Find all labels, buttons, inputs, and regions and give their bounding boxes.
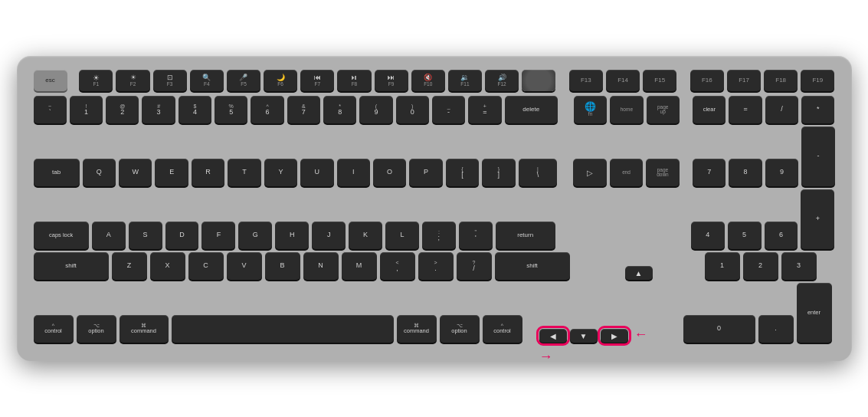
key-return[interactable]: return [496, 222, 555, 249]
key-e[interactable]: E [155, 159, 188, 186]
numpad-3[interactable]: 3 [781, 252, 817, 280]
key-minus[interactable]: _- [432, 96, 465, 123]
key-f16[interactable]: F16 [690, 70, 724, 91]
numpad-5[interactable]: 5 [728, 222, 762, 249]
key-i[interactable]: I [337, 159, 370, 186]
key-ctrl-left[interactable]: ^ control [34, 315, 74, 343]
key-f8[interactable]: ⏯F8 [337, 70, 371, 91]
key-pageup[interactable]: pageup [647, 96, 680, 123]
key-home[interactable]: home [610, 96, 643, 123]
key-f17[interactable]: F17 [727, 70, 761, 91]
key-arrow-up[interactable]: ▲ [625, 266, 653, 280]
key-f10[interactable]: 🔇F10 [411, 70, 445, 91]
key-backslash[interactable]: |\ [519, 159, 558, 186]
key-f4[interactable]: 🔍F4 [190, 70, 224, 91]
key-comma[interactable]: <, [380, 252, 415, 280]
key-option-right[interactable]: ⌥ option [440, 315, 480, 343]
key-f19[interactable]: F19 [801, 70, 834, 91]
key-4[interactable]: $4 [179, 96, 211, 123]
key-o[interactable]: O [373, 159, 406, 186]
key-m[interactable]: M [342, 252, 377, 280]
key-8[interactable]: *8 [323, 96, 356, 123]
key-period[interactable]: >. [418, 252, 454, 280]
key-g[interactable]: G [238, 222, 272, 249]
key-5[interactable]: %5 [215, 96, 247, 123]
key-0[interactable]: )0 [396, 96, 429, 123]
key-r[interactable]: R [192, 159, 224, 186]
numpad-plus[interactable]: + [801, 189, 834, 249]
key-shift-left[interactable]: shift [34, 252, 109, 280]
key-9[interactable]: (9 [359, 96, 392, 123]
key-ctrl-right[interactable]: ^ control [483, 315, 522, 343]
key-lbracket[interactable]: {[ [446, 159, 479, 186]
key-1[interactable]: !1 [70, 96, 103, 123]
key-f1[interactable]: ☀F1 [79, 70, 113, 91]
key-f18[interactable]: F18 [764, 70, 798, 91]
key-arrow-down[interactable]: ▼ [570, 329, 598, 343]
key-arrow-right[interactable]: ▶ [601, 329, 628, 343]
key-quote[interactable]: "' [459, 222, 493, 249]
key-tab[interactable]: tab [34, 159, 80, 186]
key-option-left[interactable]: ⌥ option [77, 315, 116, 343]
numpad-7[interactable]: 7 [693, 159, 726, 186]
numpad-enter[interactable]: enter [797, 283, 832, 343]
key-f13[interactable]: F13 [569, 70, 603, 91]
key-w[interactable]: W [119, 159, 152, 186]
key-end[interactable]: end [610, 159, 643, 186]
key-v[interactable]: V [227, 252, 262, 280]
key-u[interactable]: U [300, 159, 333, 186]
key-f5[interactable]: 🎤F5 [227, 70, 260, 91]
key-f6[interactable]: 🌙F6 [264, 70, 297, 91]
key-3[interactable]: #3 [142, 96, 175, 123]
numpad-0[interactable]: 0 [683, 315, 755, 343]
key-x[interactable]: X [150, 252, 185, 280]
numpad-decimal[interactable]: . [758, 315, 794, 343]
key-shift-right[interactable]: shift [495, 252, 570, 280]
key-y[interactable]: Y [264, 159, 297, 186]
key-semicolon[interactable]: :; [422, 222, 456, 249]
numpad-6[interactable]: 6 [765, 222, 798, 249]
key-c[interactable]: C [188, 252, 224, 280]
key-delete[interactable]: delete [505, 96, 558, 123]
key-f[interactable]: F [201, 222, 235, 249]
key-f12[interactable]: 🔊F12 [485, 70, 519, 91]
key-q[interactable]: Q [83, 159, 116, 186]
key-f11[interactable]: 🔉F11 [448, 70, 482, 91]
key-tilde[interactable]: ~` [34, 96, 67, 123]
numpad-1[interactable]: 1 [705, 252, 740, 280]
key-pagedown[interactable]: pagedown [646, 159, 679, 186]
key-t[interactable]: T [228, 159, 260, 186]
numpad-divide[interactable]: / [765, 96, 798, 123]
numpad-4[interactable]: 4 [691, 222, 725, 249]
numpad-equals[interactable]: = [729, 96, 762, 123]
numpad-multiply[interactable]: * [801, 96, 834, 123]
key-slash[interactable]: ?/ [457, 252, 492, 280]
key-esc[interactable]: esc [34, 70, 67, 91]
key-z[interactable]: Z [112, 252, 147, 280]
key-equals[interactable]: += [468, 96, 501, 123]
key-playpause[interactable]: ▷ [573, 159, 606, 186]
key-k[interactable]: K [349, 222, 382, 249]
key-f3[interactable]: ⊡F3 [153, 70, 187, 91]
key-fn-glob[interactable]: 🌐fn [574, 96, 607, 123]
key-a[interactable]: A [92, 222, 126, 249]
key-7[interactable]: &7 [287, 96, 320, 123]
numpad-clear[interactable]: clear [693, 96, 726, 123]
key-f15[interactable]: F15 [643, 70, 676, 91]
key-l[interactable]: L [385, 222, 419, 249]
numpad-minus[interactable]: - [801, 126, 834, 186]
key-p[interactable]: P [409, 159, 442, 186]
key-h[interactable]: H [275, 222, 309, 249]
key-6[interactable]: ^6 [251, 96, 283, 123]
key-b[interactable]: B [265, 252, 300, 280]
key-spacebar[interactable] [172, 315, 394, 343]
key-2[interactable]: @2 [106, 96, 139, 123]
key-command-right[interactable]: ⌘ command [397, 315, 437, 343]
key-f2[interactable]: ☀F2 [116, 70, 149, 91]
key-command-left[interactable]: ⌘ command [120, 315, 169, 343]
key-rbracket[interactable]: }] [482, 159, 515, 186]
numpad-8[interactable]: 8 [729, 159, 762, 186]
key-capslock[interactable]: caps lock [34, 222, 89, 249]
key-s[interactable]: S [129, 222, 162, 249]
numpad-2[interactable]: 2 [743, 252, 778, 280]
